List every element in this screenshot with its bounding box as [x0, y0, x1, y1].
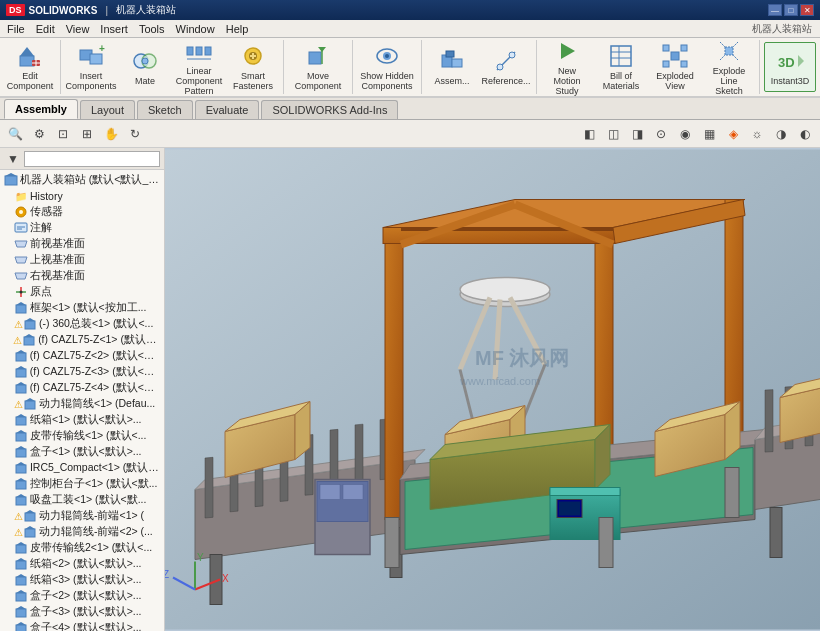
maximize-button[interactable]: □	[784, 4, 798, 16]
part-icon	[14, 605, 28, 619]
pan-button[interactable]: ✋	[100, 123, 122, 145]
tree-item-right-plane[interactable]: 右视基准面	[0, 268, 164, 284]
tabbar: Assembly Layout Sketch Evaluate SOLIDWOR…	[0, 98, 820, 120]
tab-addins[interactable]: SOLIDWORKS Add-Ins	[261, 100, 398, 119]
tree-item-cardboard3[interactable]: 纸箱<3> (默认<默认>...	[0, 572, 164, 588]
window-controls[interactable]: — □ ✕	[768, 4, 814, 16]
appearance-button[interactable]: ◈	[722, 123, 744, 145]
tree-item-cazl1[interactable]: ⚠ (f) CAZL75-Z<1> (默认<默...	[0, 332, 164, 348]
view-3d-button[interactable]: ◉	[674, 123, 696, 145]
item-label: IRC5_Compact<1> (默认<...	[30, 461, 162, 475]
tab-assembly[interactable]: Assembly	[4, 99, 78, 119]
tree-item-roller-front1[interactable]: ⚠ 动力辊筒线-前端<1> (	[0, 508, 164, 524]
filter-button[interactable]: ▼	[4, 150, 22, 168]
part-icon	[23, 397, 37, 411]
tree-item-top-plane[interactable]: 上视基准面	[0, 252, 164, 268]
main-area: ▼ 机器人装箱站 (默认<默认_显... 📁 History	[0, 148, 820, 631]
part-icon	[14, 381, 28, 395]
tree-item-box1[interactable]: 纸箱<1> (默认<默认>...	[0, 412, 164, 428]
tab-sketch[interactable]: Sketch	[137, 100, 193, 119]
tab-evaluate[interactable]: Evaluate	[195, 100, 260, 119]
part-icon	[14, 621, 28, 631]
section-view-button[interactable]: ◨	[626, 123, 648, 145]
tree-item-sensor[interactable]: 传感器	[0, 204, 164, 220]
menu-insert[interactable]: Insert	[95, 22, 133, 36]
svg-marker-75	[25, 398, 35, 401]
tree-item-roller-front2[interactable]: ⚠ 动力辊筒线-前端<2> (...	[0, 524, 164, 540]
tree-item-belt2[interactable]: 皮带传输线2<1> (默认<...	[0, 540, 164, 556]
realview-button[interactable]: ◑	[770, 123, 792, 145]
rotate-button[interactable]: ↻	[124, 123, 146, 145]
menu-edit[interactable]: Edit	[31, 22, 60, 36]
svg-marker-91	[25, 526, 35, 529]
warning-icon: ⚠	[13, 335, 22, 346]
tab-layout[interactable]: Layout	[80, 100, 135, 119]
part-icon	[14, 429, 28, 443]
bill-of-materials-button[interactable]: Bill ofMaterials	[595, 42, 647, 92]
menu-view[interactable]: View	[61, 22, 95, 36]
tree-root[interactable]: 机器人装箱站 (默认<默认_显...	[0, 172, 164, 188]
move-component-icon	[304, 42, 332, 70]
item-label: 盒子<3> (默认<默认>...	[30, 605, 142, 619]
menu-file[interactable]: File	[2, 22, 30, 36]
tree-item-annotation[interactable]: 注解	[0, 220, 164, 236]
tree-item-cazl3[interactable]: (f) CAZL75-Z<3> (默认<默...	[0, 364, 164, 380]
tree-item-history[interactable]: 📁 History	[0, 188, 164, 204]
new-motion-study-button[interactable]: New MotionStudy	[541, 42, 593, 92]
svg-rect-84	[16, 481, 26, 489]
tree-item-360[interactable]: ⚠ (-) 360总装<1> (默认<...	[0, 316, 164, 332]
shadows-button[interactable]: ◐	[794, 123, 816, 145]
linear-pattern-button[interactable]: Linear ComponentPattern	[173, 42, 225, 92]
tree-item-roller-line[interactable]: ⚠ 动力辊筒线<1> (Defau...	[0, 396, 164, 412]
edit-component-button[interactable]: EditComponent	[4, 42, 56, 92]
svg-text:X: X	[222, 573, 229, 584]
assembly-button[interactable]: Assem...	[426, 42, 478, 92]
view-orientation-button[interactable]: ⊙	[650, 123, 672, 145]
minimize-button[interactable]: —	[768, 4, 782, 16]
item-label: 纸箱<1> (默认<默认>...	[30, 413, 142, 427]
smart-fasteners-button[interactable]: SmartFasteners	[227, 42, 279, 92]
tree-item-belt1[interactable]: 皮带传输线<1> (默认<...	[0, 428, 164, 444]
mate-icon	[131, 47, 159, 75]
tree-item-irc5[interactable]: IRC5_Compact<1> (默认<...	[0, 460, 164, 476]
tree-item-suction[interactable]: 吸盘工装<1> (默认<默...	[0, 492, 164, 508]
view-settings-button[interactable]: ⚙	[28, 123, 50, 145]
menu-window[interactable]: Window	[171, 22, 220, 36]
tree-item-cardboard2[interactable]: 纸箱<2> (默认<默认>...	[0, 556, 164, 572]
svg-rect-175	[343, 485, 363, 500]
viewport[interactable]: MF 沐风网 www.mfcad.com X Y Z	[165, 148, 820, 631]
filter-input[interactable]	[24, 151, 160, 167]
exploded-view-button[interactable]: ExplodedView	[649, 42, 701, 92]
tree-item-carton4[interactable]: 盒子<4> (默认<默认>...	[0, 620, 164, 631]
tree-item-origin[interactable]: 原点	[0, 284, 164, 300]
shading-button[interactable]: ◧	[578, 123, 600, 145]
tree-item-cazl2[interactable]: (f) CAZL75-Z<2> (默认<默...	[0, 348, 164, 364]
display-style-button[interactable]: ▦	[698, 123, 720, 145]
instant3d-button[interactable]: 3D Instant3D	[764, 42, 816, 92]
reference-button[interactable]: Reference...	[480, 42, 532, 92]
tree-item-carton1[interactable]: 盒子<1> (默认<默认>...	[0, 444, 164, 460]
show-hidden-button[interactable]: Show HiddenComponents	[357, 42, 417, 92]
search-button[interactable]: 🔍	[4, 123, 26, 145]
svg-marker-71	[16, 366, 26, 369]
menu-tools[interactable]: Tools	[134, 22, 170, 36]
svg-rect-74	[25, 401, 35, 409]
move-component-button[interactable]: MoveComponent	[288, 42, 348, 92]
tree-item-carton3[interactable]: 盒子<3> (默认<默认>...	[0, 604, 164, 620]
item-label: 原点	[30, 285, 52, 299]
zoom-area-button[interactable]: ⊞	[76, 123, 98, 145]
insert-components-button[interactable]: + InsertComponents	[65, 42, 117, 92]
wireframe-button[interactable]: ◫	[602, 123, 624, 145]
mate-button[interactable]: Mate	[119, 42, 171, 92]
close-button[interactable]: ✕	[800, 4, 814, 16]
reference-icon	[492, 47, 520, 75]
tree-item-carton2[interactable]: 盒子<2> (默认<默认>...	[0, 588, 164, 604]
tree-item-cabinet[interactable]: 控制柜台子<1> (默认<默...	[0, 476, 164, 492]
tree-item-frame[interactable]: 框架<1> (默认<按加工...	[0, 300, 164, 316]
tree-item-front-plane[interactable]: 前视基准面	[0, 236, 164, 252]
menu-help[interactable]: Help	[221, 22, 254, 36]
zoom-fit-button[interactable]: ⊡	[52, 123, 74, 145]
explode-line-sketch-button[interactable]: ExplodeLine Sketch	[703, 42, 755, 92]
scene-button[interactable]: ☼	[746, 123, 768, 145]
tree-item-cazl4[interactable]: (f) CAZL75-Z<4> (默认<默...	[0, 380, 164, 396]
